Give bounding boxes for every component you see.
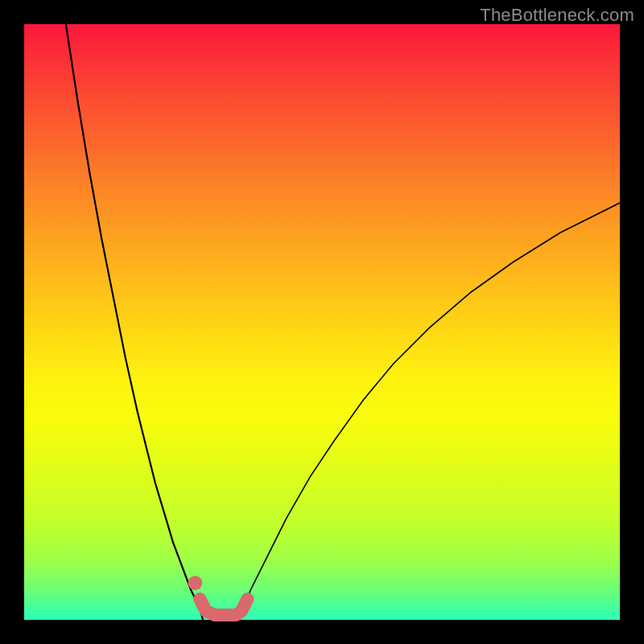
left-curve-path: [66, 24, 203, 620]
watermark-text: TheBottleneck.com: [480, 5, 634, 26]
left-dot-marker: [188, 576, 203, 590]
right-curve-path: [238, 203, 620, 620]
chart-frame: TheBottleneck.com: [0, 0, 644, 644]
bottom-band-path: [200, 599, 247, 615]
chart-overlay: [24, 24, 620, 620]
